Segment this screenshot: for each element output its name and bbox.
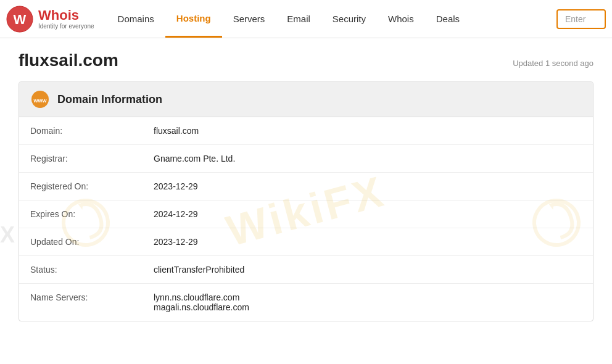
nav-item-email[interactable]: Email	[276, 0, 321, 38]
field-label: Registered On:	[19, 173, 143, 201]
domain-title-row: fluxsail.com Updated 1 second ago	[19, 51, 593, 70]
nav-links: Domains Hosting Servers Email Security W…	[107, 0, 556, 38]
table-row: Updated On:2023-12-29	[19, 228, 593, 256]
table-row: Registered On:2023-12-29	[19, 173, 593, 201]
main-content: WikiFX X fluxsail.com Updated 1 second a…	[0, 38, 612, 334]
field-label: Updated On:	[19, 228, 143, 256]
www-icon: www	[30, 89, 50, 109]
table-row: Expires On:2024-12-29	[19, 201, 593, 228]
field-label: Expires On:	[19, 201, 143, 228]
logo-tagline: Identity for everyone	[38, 23, 94, 30]
logo-name: Whois	[38, 8, 94, 23]
field-label: Name Servers:	[19, 284, 143, 321]
nav-item-hosting[interactable]: Hosting	[165, 0, 222, 38]
table-row: Domain:fluxsail.com	[19, 117, 593, 145]
field-value: clientTransferProhibited	[143, 256, 593, 284]
field-value: 2024-12-29	[143, 201, 593, 228]
table-row: Status:clientTransferProhibited	[19, 256, 593, 284]
navbar: W Whois Identity for everyone Domains Ho…	[0, 0, 612, 38]
nav-item-servers[interactable]: Servers	[222, 0, 276, 38]
search-placeholder: Enter	[565, 14, 585, 24]
logo-text-area: Whois Identity for everyone	[38, 8, 94, 30]
table-row: Name Servers:lynn.ns.cloudflare.commagal…	[19, 284, 593, 321]
table-row: Registrar:Gname.com Pte. Ltd.	[19, 145, 593, 173]
field-value: fluxsail.com	[143, 117, 593, 145]
field-value: 2023-12-29	[143, 228, 593, 256]
updated-text: Updated 1 second ago	[513, 59, 593, 68]
field-label: Registrar:	[19, 145, 143, 173]
info-card-title: Domain Information	[57, 93, 162, 106]
corner-x: X	[0, 222, 15, 248]
field-label: Status:	[19, 256, 143, 284]
svg-text:www: www	[33, 97, 47, 104]
field-label: Domain:	[19, 117, 143, 145]
svg-text:W: W	[14, 12, 27, 27]
search-input[interactable]: Enter	[556, 9, 606, 29]
field-value: lynn.ns.cloudflare.commagali.ns.cloudfla…	[143, 284, 593, 321]
field-value: 2023-12-29	[143, 173, 593, 201]
info-card-header: www Domain Information	[19, 82, 593, 117]
nav-item-security[interactable]: Security	[321, 0, 377, 38]
domain-info-card: www Domain Information Domain:fluxsail.c…	[19, 81, 593, 321]
nav-item-whois[interactable]: Whois	[377, 0, 425, 38]
info-table: Domain:fluxsail.comRegistrar:Gname.com P…	[19, 117, 593, 321]
nav-item-domains[interactable]: Domains	[107, 0, 165, 38]
domain-title: fluxsail.com	[19, 51, 118, 70]
logo-area[interactable]: W Whois Identity for everyone	[6, 6, 94, 33]
logo-icon: W	[6, 6, 33, 33]
field-value: Gname.com Pte. Ltd.	[143, 145, 593, 173]
nav-item-deals[interactable]: Deals	[425, 0, 471, 38]
